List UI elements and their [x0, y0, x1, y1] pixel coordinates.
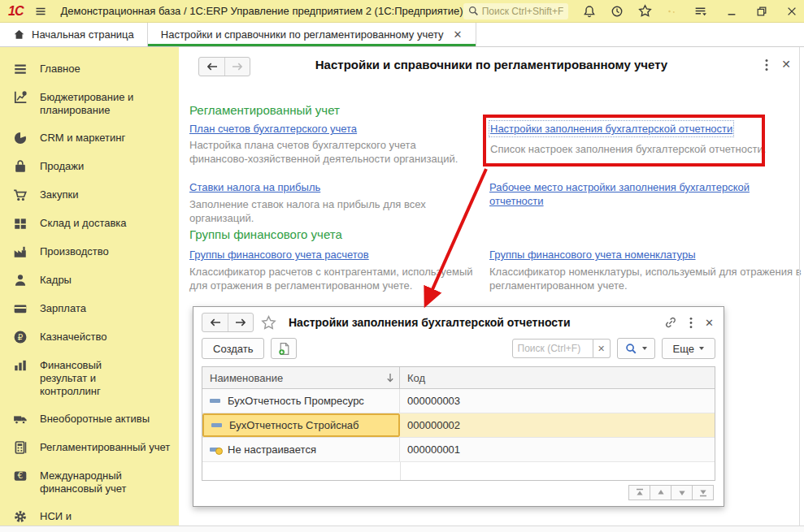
sidebar-item-prodazhi[interactable]: Продажи	[0, 153, 179, 181]
cart-icon	[13, 188, 28, 202]
desc-gfu-raschetov: Классификатор расчетов с контрагентами, …	[189, 265, 484, 292]
calculator-icon	[13, 440, 28, 455]
page-title: Настройки и справочники по регламентиров…	[179, 58, 804, 71]
planning-chart-icon	[13, 90, 28, 105]
table-row[interactable]: Не настраивается 000000001	[202, 438, 715, 462]
desc-gfu-nomenklatury: Классификатор номенклатуры, используемый…	[489, 265, 804, 292]
main-area: Настройки и справочники по регламентиров…	[179, 47, 804, 526]
tab-reg-settings[interactable]: Настройки и справочники по регламентиров…	[148, 23, 476, 46]
tab-close-icon[interactable]: ✕	[454, 28, 463, 41]
sidebar-item-finrezultat[interactable]: Финансовый результат и контроллинг	[0, 352, 179, 405]
sidebar-item-reglament[interactable]: Регламентированный учет	[0, 434, 179, 462]
scrollbar-track[interactable]	[799, 47, 800, 526]
sidebar-item-budget[interactable]: Бюджетирование и планирование	[0, 84, 179, 124]
search-icon	[468, 6, 479, 16]
sidebar-item-sklad[interactable]: Склад и доставка	[0, 210, 179, 238]
sidebar-item-crm[interactable]: CRM и маркетинг	[0, 124, 179, 153]
settings-list-window: Настройки заполнения бухгалтерской отчет…	[193, 306, 724, 507]
notifications-bell-icon[interactable]	[583, 4, 597, 18]
tabbar: Начальная страница Настройки и справочни…	[0, 23, 804, 47]
euro-icon: €	[13, 469, 28, 483]
link-rabochee-mesto[interactable]: Рабочее место настройки заполнения бухга…	[489, 180, 764, 208]
section-title-reg: Регламентированный учет	[189, 103, 340, 117]
home-icon	[13, 28, 25, 41]
favorite-star-icon[interactable]	[261, 315, 276, 331]
list-navigation	[628, 485, 714, 500]
page-close-icon[interactable]: ✕	[781, 58, 791, 71]
document-plus-icon	[277, 342, 291, 356]
desc-plan-schetov: Настройка плана счетов бухгалтерского уч…	[189, 138, 466, 166]
table-header: Наименование Код	[202, 367, 715, 389]
favorites-star-icon[interactable]	[638, 4, 652, 18]
clear-search-icon[interactable]: ✕	[593, 339, 611, 358]
search-options-button[interactable]	[617, 338, 655, 359]
sidebar-item-vneoborotnye[interactable]: Внеоборотные активы	[0, 405, 179, 434]
column-header-code[interactable]: Код	[400, 372, 715, 384]
column-header-name[interactable]: Наименование	[202, 367, 400, 388]
svg-text:€: €	[18, 470, 24, 481]
window-toolbar: Создать ✕ Еще	[193, 334, 724, 362]
link-stavki-naloga[interactable]: Ставки налога на прибыль	[189, 180, 320, 194]
desc-stavki-naloga: Заполнение ставок налога на прибыль для …	[189, 197, 466, 225]
table-row[interactable]: БухОтчетность Промресурс 000000003	[202, 389, 715, 413]
history-icon[interactable]	[611, 4, 624, 18]
link-gfu-nomenklatury[interactable]: Группы финансового учета номенклатуры	[489, 248, 696, 262]
sidebar-item-zakupki[interactable]: Закупки	[0, 181, 179, 210]
window-title: Настройки заполнения бухгалтерской отчет…	[289, 316, 571, 329]
restore-window-icon[interactable]	[755, 4, 769, 18]
window-close-icon[interactable]: ✕	[705, 317, 714, 329]
sidebar-item-nsi[interactable]: НСИ и администрирование	[0, 503, 179, 526]
column-divider	[400, 462, 401, 480]
link-plan-schetov[interactable]: План счетов бухгалтерского учета	[189, 122, 357, 136]
table-row-selected[interactable]: БухОтчетность Стройснаб 000000002	[202, 413, 715, 438]
link-gfu-raschetov[interactable]: Группы финансового учета расчетов	[189, 248, 369, 262]
sidebar-item-kadry[interactable]: Кадры	[0, 266, 179, 295]
create-group-button[interactable]	[271, 338, 297, 359]
go-first-button[interactable]	[628, 485, 650, 500]
create-button[interactable]: Создать	[202, 338, 264, 359]
1c-logo: 1С	[8, 4, 23, 19]
svg-text:₽: ₽	[18, 333, 24, 342]
global-search-input[interactable]	[482, 6, 563, 17]
grid-icon	[13, 216, 28, 231]
app-title: Демонстрационная база / 1С:ERP Управлени…	[60, 5, 463, 17]
gear-icon	[13, 509, 28, 524]
factory-icon	[13, 244, 28, 259]
list-item-icon	[210, 399, 220, 403]
close-app-icon[interactable]	[785, 4, 799, 18]
link-nastroyki-zapolneniya[interactable]: Настройки заполнения бухгалтерской отчет…	[490, 122, 732, 136]
more-button[interactable]: Еще	[662, 338, 715, 359]
get-link-icon[interactable]	[664, 316, 677, 329]
list-search-input[interactable]	[512, 339, 593, 358]
sidebar: Главное Бюджетирование и планирование CR…	[0, 47, 179, 526]
sidebar-item-proizvodstvo[interactable]: Производство	[0, 238, 179, 266]
window-more-icon[interactable]	[689, 317, 693, 329]
sidebar-item-kaznacheystvo[interactable]: ₽ Казначейство	[0, 323, 179, 352]
section-title-groups: Группы финансового учета	[189, 227, 342, 241]
tab-home[interactable]: Начальная страница	[0, 23, 148, 46]
discussions-icon[interactable]	[666, 4, 680, 18]
window-nav-group	[202, 313, 254, 332]
sidebar-item-mezhdunarodny[interactable]: € Международный финансовый учет	[0, 462, 179, 503]
forward-button[interactable]	[228, 314, 253, 331]
global-search[interactable]	[463, 3, 568, 19]
bottom-strip	[0, 526, 804, 532]
minimize-icon[interactable]	[725, 4, 739, 18]
window-header: Настройки заполнения бухгалтерской отчет…	[193, 307, 724, 334]
sort-descending-icon	[386, 373, 394, 383]
bar-chart-icon	[13, 358, 28, 373]
go-next-button[interactable]	[671, 485, 693, 500]
sidebar-item-glavnoe[interactable]: Главное	[0, 55, 179, 84]
service-menu-icon[interactable]	[693, 4, 707, 18]
main-menu-icon[interactable]	[34, 4, 47, 18]
settings-table: Наименование Код БухОтчетность Промресур…	[202, 366, 715, 481]
back-button[interactable]	[202, 314, 228, 331]
list-item-icon	[211, 423, 222, 427]
go-previous-button[interactable]	[650, 485, 671, 500]
titlebar: 1С Демонстрационная база / 1С:ERP Управл…	[0, 0, 804, 23]
desc-nastroyki-zapolneniya: Список настроек заполнения бухгалтерской…	[490, 142, 771, 156]
person-icon	[13, 273, 28, 288]
page-more-icon[interactable]	[765, 58, 768, 71]
sidebar-item-zarplata[interactable]: Зарплата	[0, 295, 179, 323]
go-last-button[interactable]	[692, 485, 714, 500]
